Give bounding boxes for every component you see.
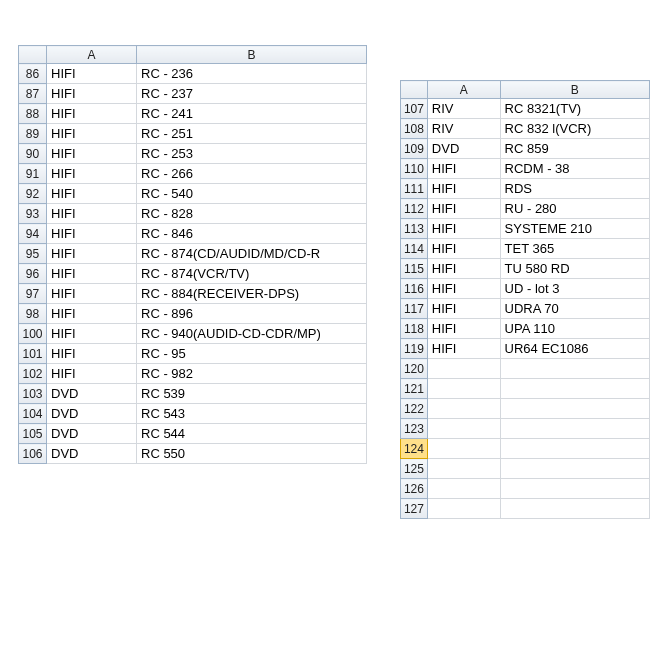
row-header[interactable]: 98 <box>19 304 47 324</box>
row-header[interactable]: 94 <box>19 224 47 244</box>
column-header-b[interactable]: B <box>137 46 367 64</box>
cell-b[interactable]: UR64 EC1086 <box>500 339 649 359</box>
cell-a[interactable]: HIFI <box>427 259 500 279</box>
cell-b[interactable] <box>500 379 649 399</box>
cell-a[interactable]: DVD <box>47 384 137 404</box>
cell-a[interactable]: HIFI <box>427 339 500 359</box>
cell-b[interactable]: RC - 874(VCR/TV) <box>137 264 367 284</box>
cell-b[interactable]: RDS <box>500 179 649 199</box>
row-header[interactable]: 114 <box>401 239 428 259</box>
cell-a[interactable]: HIFI <box>47 224 137 244</box>
row-header[interactable]: 102 <box>19 364 47 384</box>
cell-b[interactable]: UPA 110 <box>500 319 649 339</box>
cell-b[interactable]: RC - 236 <box>137 64 367 84</box>
cell-a[interactable]: HIFI <box>47 124 137 144</box>
column-header-a[interactable]: A <box>47 46 137 64</box>
row-header[interactable]: 123 <box>401 419 428 439</box>
cell-b[interactable]: RC - 266 <box>137 164 367 184</box>
cell-b[interactable] <box>500 479 649 499</box>
cell-b[interactable]: UD - lot 3 <box>500 279 649 299</box>
row-header[interactable]: 111 <box>401 179 428 199</box>
cell-a[interactable] <box>427 359 500 379</box>
cell-a[interactable]: DVD <box>47 424 137 444</box>
cell-b[interactable]: RC - 874(CD/AUDID/MD/CD-R <box>137 244 367 264</box>
cell-a[interactable] <box>427 379 500 399</box>
row-header[interactable]: 115 <box>401 259 428 279</box>
cell-a[interactable]: DVD <box>47 404 137 424</box>
cell-b[interactable]: RC - 846 <box>137 224 367 244</box>
row-header[interactable]: 87 <box>19 84 47 104</box>
cell-a[interactable]: HIFI <box>47 324 137 344</box>
row-header[interactable]: 116 <box>401 279 428 299</box>
row-header[interactable]: 101 <box>19 344 47 364</box>
cell-a[interactable]: HIFI <box>47 304 137 324</box>
row-header[interactable]: 109 <box>401 139 428 159</box>
cell-b[interactable]: RC - 884(RECEIVER-DPS) <box>137 284 367 304</box>
row-header[interactable]: 118 <box>401 319 428 339</box>
row-header[interactable]: 86 <box>19 64 47 84</box>
cell-a[interactable] <box>427 459 500 479</box>
cell-b[interactable]: RC - 251 <box>137 124 367 144</box>
cell-b[interactable]: RC - 982 <box>137 364 367 384</box>
cell-a[interactable] <box>427 499 500 519</box>
cell-a[interactable]: HIFI <box>427 179 500 199</box>
row-header[interactable]: 112 <box>401 199 428 219</box>
cell-a[interactable]: HIFI <box>47 64 137 84</box>
row-header[interactable]: 105 <box>19 424 47 444</box>
cell-b[interactable]: RC - 237 <box>137 84 367 104</box>
column-header-a[interactable]: A <box>427 81 500 99</box>
cell-a[interactable]: HIFI <box>47 344 137 364</box>
cell-b[interactable] <box>500 419 649 439</box>
row-header[interactable]: 113 <box>401 219 428 239</box>
row-header[interactable]: 104 <box>19 404 47 424</box>
row-header[interactable]: 97 <box>19 284 47 304</box>
spreadsheet-table-left[interactable]: A B 86HIFIRC - 23687HIFIRC - 23788HIFIRC… <box>18 45 367 464</box>
cell-b[interactable]: RC - 896 <box>137 304 367 324</box>
cell-b[interactable]: TU 580 RD <box>500 259 649 279</box>
cell-a[interactable]: HIFI <box>427 319 500 339</box>
row-header[interactable]: 108 <box>401 119 428 139</box>
cell-a[interactable] <box>427 439 500 459</box>
row-header[interactable]: 100 <box>19 324 47 344</box>
cell-b[interactable] <box>500 499 649 519</box>
cell-a[interactable]: HIFI <box>47 244 137 264</box>
cell-b[interactable]: RC 544 <box>137 424 367 444</box>
spreadsheet-table-right[interactable]: A B 107RIVRC 8321(TV)108RIVRC 832 l(VCR)… <box>400 80 650 519</box>
row-header[interactable]: 119 <box>401 339 428 359</box>
column-header-b[interactable]: B <box>500 81 649 99</box>
cell-a[interactable] <box>427 399 500 419</box>
cell-b[interactable]: RC 543 <box>137 404 367 424</box>
cell-b[interactable]: RC 539 <box>137 384 367 404</box>
cell-b[interactable]: RC 859 <box>500 139 649 159</box>
cell-a[interactable]: DVD <box>427 139 500 159</box>
row-header[interactable]: 107 <box>401 99 428 119</box>
cell-b[interactable]: RC - 253 <box>137 144 367 164</box>
cell-b[interactable] <box>500 359 649 379</box>
row-header[interactable]: 93 <box>19 204 47 224</box>
cell-a[interactable]: HIFI <box>47 184 137 204</box>
row-header[interactable]: 124 <box>401 439 428 459</box>
row-header[interactable]: 120 <box>401 359 428 379</box>
cell-b[interactable]: TET 365 <box>500 239 649 259</box>
cell-a[interactable]: HIFI <box>47 204 137 224</box>
cell-b[interactable] <box>500 399 649 419</box>
cell-a[interactable]: HIFI <box>427 239 500 259</box>
row-header[interactable]: 117 <box>401 299 428 319</box>
cell-b[interactable]: UDRA 70 <box>500 299 649 319</box>
cell-b[interactable] <box>500 459 649 479</box>
cell-a[interactable]: HIFI <box>47 164 137 184</box>
row-header[interactable]: 110 <box>401 159 428 179</box>
row-header[interactable]: 92 <box>19 184 47 204</box>
cell-b[interactable]: RC - 828 <box>137 204 367 224</box>
cell-a[interactable]: HIFI <box>427 159 500 179</box>
row-header[interactable]: 103 <box>19 384 47 404</box>
cell-b[interactable]: RC 8321(TV) <box>500 99 649 119</box>
cell-a[interactable] <box>427 419 500 439</box>
cell-a[interactable]: HIFI <box>47 364 137 384</box>
cell-a[interactable]: HIFI <box>47 284 137 304</box>
cell-b[interactable]: RCDM - 38 <box>500 159 649 179</box>
row-header[interactable]: 91 <box>19 164 47 184</box>
row-header[interactable]: 121 <box>401 379 428 399</box>
cell-a[interactable]: HIFI <box>47 104 137 124</box>
cell-a[interactable]: HIFI <box>47 144 137 164</box>
